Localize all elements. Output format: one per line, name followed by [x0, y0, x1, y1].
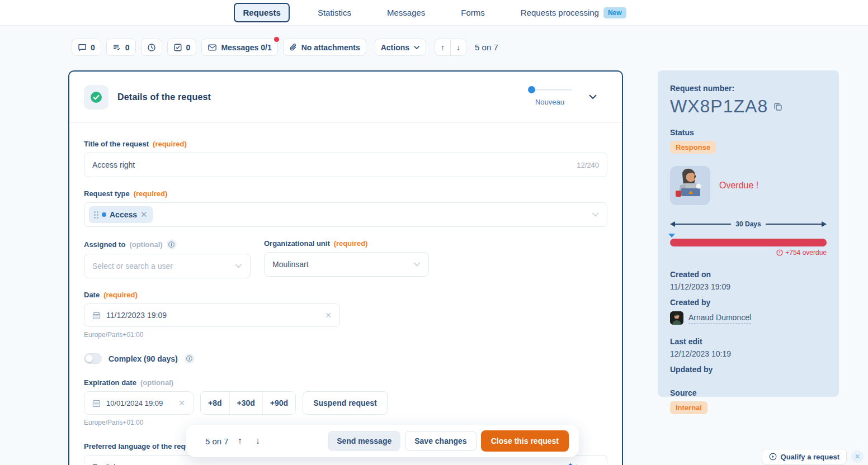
action-bar-pagination: 5 on 7: [205, 436, 229, 446]
collapse-section-button[interactable]: [588, 92, 597, 102]
extend-90d-button[interactable]: +90d: [262, 392, 295, 414]
org-unit-select[interactable]: Moulinsart: [264, 252, 429, 277]
prev-request-arrow[interactable]: ↑: [233, 436, 247, 446]
request-type-label: Request type: [84, 189, 130, 198]
unread-indicator: [274, 37, 279, 42]
title-label: Title of the request: [84, 140, 149, 148]
card-title: Details of the request: [117, 92, 211, 102]
source-label: Source: [670, 388, 827, 397]
info-icon[interactable]: [167, 239, 177, 249]
tab-statistics[interactable]: Statistics: [310, 4, 359, 21]
next-request-arrow[interactable]: ↓: [251, 436, 265, 446]
close-request-button[interactable]: Close this request: [481, 430, 569, 452]
request-type-select[interactable]: Access ✕: [84, 202, 607, 227]
status-label: Status: [670, 128, 827, 137]
toolbar-pagination: 5 on 7: [475, 42, 498, 52]
request-type-chip-label: Access: [110, 210, 137, 219]
messages-label: Messages 0/1: [221, 43, 271, 52]
checklist-button[interactable]: 0: [167, 39, 197, 56]
chevron-down-icon: [235, 264, 242, 268]
messages-button[interactable]: Messages 0/1: [201, 39, 277, 56]
title-required: (required): [153, 140, 187, 148]
attachments-label: No attachments: [301, 43, 360, 52]
complex-toggle[interactable]: [84, 353, 102, 364]
request-number-label: Request number:: [670, 84, 827, 93]
type-color-dot: [102, 212, 106, 217]
status-badge: Response: [670, 141, 716, 154]
timeline-marker: [668, 234, 675, 238]
creator-avatar: [670, 311, 683, 325]
card-body: Title of the request (required) Access r…: [69, 123, 622, 465]
date-required: (required): [103, 291, 138, 299]
last-edit-value: 12/12/2023 10:19: [670, 349, 827, 358]
overdue-progress-bar: [670, 239, 827, 246]
calendar-icon: [92, 399, 101, 407]
stage-track-line: [532, 89, 572, 91]
quick-extend-group: +8d +30d +90d: [200, 391, 296, 415]
list-check-icon: [112, 43, 121, 52]
org-unit-required: (required): [334, 239, 368, 248]
prev-request-button[interactable]: ↑: [435, 39, 450, 56]
request-type-required: (required): [134, 189, 168, 198]
tab-requests[interactable]: Requests: [234, 3, 290, 22]
drag-handle-icon[interactable]: [94, 211, 98, 219]
tab-messages[interactable]: Messages: [379, 4, 433, 21]
updated-by-label: Updated by: [670, 365, 827, 374]
created-on-value: 11/12/2023 19:09: [670, 282, 827, 291]
remove-type-icon[interactable]: ✕: [140, 210, 148, 220]
suspend-request-button[interactable]: Suspend request: [303, 391, 388, 415]
paperclip-icon: [289, 43, 298, 52]
copy-icon[interactable]: [773, 102, 782, 111]
chevron-down-icon: [413, 45, 420, 50]
next-request-button[interactable]: ↓: [450, 39, 466, 56]
request-nav-arrows: ↑ ↓: [435, 39, 466, 56]
chevron-down-icon: [592, 212, 599, 217]
tab-requests-processing[interactable]: Requests processing New: [513, 3, 634, 22]
request-info-sidebar: Request number: WX8P1ZA8 Status Response: [658, 70, 839, 397]
title-char-counter: 12/240: [577, 161, 599, 169]
check-circle-icon: [89, 91, 103, 104]
complex-toggle-label: Complex (90 days): [108, 354, 178, 363]
qualify-label: Qualify a request: [781, 453, 839, 461]
tasks-button[interactable]: 0: [106, 39, 136, 56]
title-input[interactable]: Access right 12/240: [84, 153, 607, 177]
card-header: Details of the request Nouveau: [69, 72, 622, 123]
stage-dot: [528, 86, 535, 93]
created-by-label: Created by: [670, 298, 827, 307]
qualify-request-button[interactable]: Qualify a request: [762, 449, 847, 464]
clear-expiration-icon[interactable]: ✕: [178, 398, 185, 407]
extend-30d-button[interactable]: +30d: [229, 392, 262, 414]
assigned-to-select[interactable]: Select or search a user: [84, 254, 251, 278]
created-on-label: Created on: [670, 270, 827, 279]
last-edit-label: Last edit: [670, 337, 827, 346]
clear-date-icon[interactable]: ✕: [325, 311, 332, 320]
ai-assist-icon[interactable]: ★★AI: [568, 463, 587, 465]
info-icon[interactable]: [185, 354, 195, 364]
checkbox-icon: [173, 43, 182, 52]
agent-illustration: [670, 166, 710, 205]
tab-forms[interactable]: Forms: [453, 4, 493, 21]
actions-dropdown[interactable]: Actions: [375, 39, 426, 56]
expiration-optional: (optional): [140, 378, 173, 387]
created-by-value[interactable]: Arnaud Dumoncel: [688, 313, 751, 324]
attachments-button[interactable]: No attachments: [283, 39, 366, 56]
request-number: WX8P1ZA8: [670, 96, 768, 117]
close-footer-icon[interactable]: ✕: [851, 450, 864, 463]
overdue-label: Overdue !: [719, 181, 758, 191]
save-changes-button[interactable]: Save changes: [405, 431, 476, 451]
play-circle-icon: [769, 453, 777, 461]
org-unit-label: Organizational unit: [264, 239, 330, 248]
actions-label: Actions: [381, 43, 409, 52]
org-unit-field: Organizational unit (required) Moulinsar…: [264, 239, 429, 278]
comments-button[interactable]: 0: [72, 39, 101, 56]
duration-label: 30 Days: [731, 220, 765, 228]
expiration-input[interactable]: 10/01/2024 19:09 ✕: [84, 391, 194, 415]
comments-count: 0: [91, 43, 95, 52]
extend-8d-button[interactable]: +8d: [201, 392, 229, 414]
history-button[interactable]: [141, 39, 162, 56]
org-unit-value: Moulinsart: [272, 260, 409, 269]
send-message-button[interactable]: Send message: [328, 431, 400, 451]
request-details-card: Details of the request Nouveau Title of …: [68, 70, 623, 465]
date-input[interactable]: 11/12/2023 19:09 ✕: [84, 303, 340, 327]
request-type-chip[interactable]: Access ✕: [89, 206, 153, 223]
